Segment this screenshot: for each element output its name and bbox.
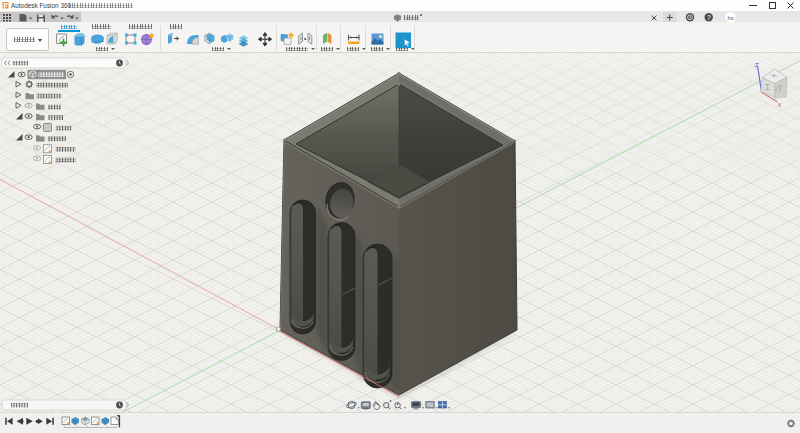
svg-text:X: X xyxy=(778,102,782,108)
svg-text:Z: Z xyxy=(755,62,759,68)
svg-text:?: ? xyxy=(707,13,711,20)
svg-text:hs: hs xyxy=(728,14,734,20)
